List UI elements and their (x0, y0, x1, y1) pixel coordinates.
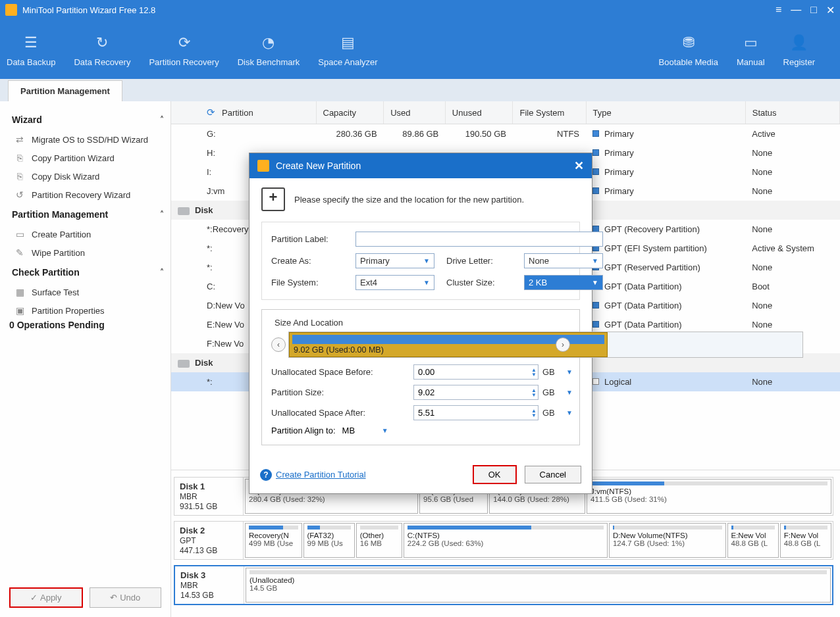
disk-icon (178, 207, 190, 215)
undo-button[interactable]: ↶Undo (90, 587, 162, 608)
ribbon-data-backup[interactable]: ☰Data Backup (7, 32, 55, 67)
ribbon-space-analyzer[interactable]: ▤Space Analyzer (318, 32, 377, 67)
label-file-system: File System: (271, 278, 344, 287)
sidebar-item-create-partition[interactable]: ▭Create Partition (9, 225, 168, 243)
disk-info: Disk 3MBR14.53 GB (175, 566, 244, 604)
sidebar-item-partition-recovery-wizard[interactable]: ↺Partition Recovery Wizard (9, 185, 168, 204)
dialog-title: Create New Partition (276, 160, 361, 171)
label-drive-letter: Drive Letter: (446, 256, 512, 266)
unit-gb: GB (542, 387, 562, 397)
align-to-combo[interactable]: MB▼ (342, 426, 388, 435)
diskmap-partition[interactable]: (FAT32)99 MB (Us (303, 523, 355, 558)
window-controls: ≡ — □ ✕ (775, 4, 835, 16)
chevron-up-icon: ˄ (160, 268, 164, 277)
titlebar: MiniTool Partition Wizard Free 12.8 ≡ — … (0, 0, 840, 20)
diskmap-partition[interactable]: C:(NTFS)224.2 GB (Used: 63%) (404, 523, 608, 558)
file-system-combo[interactable]: Ext4▼ (355, 275, 434, 290)
space-analyzer-icon: ▤ (337, 32, 358, 53)
diskmap-partition[interactable]: (Unallocated)14.5 GB (246, 568, 831, 603)
label-cluster-size: Cluster Size: (446, 278, 512, 287)
disk-info: Disk 2GPT447.13 GB (174, 522, 244, 559)
bootable-media-icon: ⛃ (678, 32, 699, 53)
table-row[interactable]: G:280.36 GB89.86 GB190.50 GBNTFS Primary… (171, 124, 840, 144)
app-logo-icon (5, 4, 17, 16)
maximize-icon[interactable]: □ (810, 4, 817, 16)
sizebar-next-button[interactable]: › (556, 337, 570, 352)
partition-plus-icon: + (261, 187, 285, 211)
dialog-logo-icon (257, 160, 269, 172)
tab-partition-management[interactable]: Partition Management (8, 80, 122, 101)
create-as-combo[interactable]: Primary▼ (355, 253, 434, 268)
diskmap-partition[interactable]: J:vm(NTFS)411.5 GB (Used: 31%) (587, 479, 831, 514)
cancel-button[interactable]: Cancel (525, 466, 581, 483)
unit-dropdown-icon[interactable]: ▼ (566, 409, 581, 416)
col-used[interactable]: Used (384, 101, 446, 124)
data-recovery-icon: ↻ (92, 32, 113, 53)
chevron-up-icon: ˄ (160, 210, 164, 219)
col-unused[interactable]: Unused (445, 101, 513, 124)
partition-label-input[interactable] (355, 232, 603, 247)
tutorial-link[interactable]: ?Create Partition Tutorial (260, 469, 366, 481)
sidebar-item-copy-disk-wizard[interactable]: ⎘Copy Disk Wizard (9, 167, 168, 185)
sidebar-item-surface-test[interactable]: ▦Surface Test (9, 283, 168, 301)
sidebar-section-wizard[interactable]: Wizard˄ (9, 109, 168, 130)
partition-recovery-icon: ⟳ (174, 32, 195, 53)
space-after-input[interactable]: ▲▼ (413, 405, 538, 420)
refresh-icon[interactable]: ⟳ (197, 107, 222, 118)
close-icon[interactable]: ✕ (826, 4, 835, 16)
col-type[interactable]: Type (586, 101, 745, 124)
manual-icon: ▭ (740, 32, 761, 53)
cluster-size-combo[interactable]: 2 KB▼ (524, 275, 603, 290)
sidebar-section-check-partition[interactable]: Check Partition˄ (9, 262, 168, 283)
unit-dropdown-icon[interactable]: ▼ (566, 368, 581, 376)
diskmap-row[interactable]: Disk 3MBR14.53 GB (Unallocated)14.5 GB (174, 565, 833, 605)
unit-dropdown-icon[interactable]: ▼ (566, 389, 581, 396)
ok-button[interactable]: OK (473, 465, 517, 484)
label-create-as: Create As: (271, 256, 344, 266)
sidebar-item-icon: ✎ (14, 247, 25, 258)
unit-gb: GB (542, 367, 562, 377)
ribbon-bootable-media[interactable]: ⛃Bootable Media (659, 32, 718, 67)
minimize-icon[interactable]: — (791, 4, 801, 16)
sizebar-prev-button[interactable]: ‹ (271, 337, 286, 352)
ribbon-register[interactable]: 👤Register (783, 32, 815, 67)
size-bar[interactable]: 9.02 GB (Used:0.00 MB) (288, 332, 803, 358)
space-before-input[interactable]: ▲▼ (413, 364, 538, 380)
sidebar-section-partition-management[interactable]: Partition Management˄ (9, 204, 168, 225)
dialog-titlebar[interactable]: Create New Partition ✕ (249, 153, 592, 178)
drive-letter-combo[interactable]: None▼ (524, 253, 603, 268)
size-location-legend: Size And Location (271, 318, 346, 328)
diskmap-row[interactable]: Disk 2GPT447.13 GB Recovery(N499 MB (Use… (174, 521, 833, 560)
sidebar-item-partition-properties[interactable]: ▣Partition Properties (9, 301, 168, 320)
disk-icon (178, 360, 190, 368)
sidebar-item-migrate-os-to-ssd-hd-wizard[interactable]: ⇄Migrate OS to SSD/HD Wizard (9, 130, 168, 149)
sidebar-item-wipe-partition[interactable]: ✎Wipe Partition (9, 243, 168, 262)
ribbon-disk-benchmark[interactable]: ◔Disk Benchmark (238, 32, 300, 67)
col-file-system[interactable]: File System (513, 101, 586, 124)
apply-button[interactable]: ✓Apply (9, 587, 83, 608)
diskmap-partition[interactable]: (Other)16 MB (356, 523, 402, 558)
size-bar-text: 9.02 GB (Used:0.00 MB) (294, 345, 384, 355)
partition-size-input[interactable]: ▲▼ (413, 385, 538, 400)
col-status[interactable]: Status (745, 101, 839, 124)
menu-icon[interactable]: ≡ (775, 4, 781, 16)
dialog-intro-text: Please specify the size and the location… (294, 195, 524, 205)
diskmap-partition[interactable]: E:New Vol48.8 GB (L (727, 523, 779, 558)
diskmap-partition[interactable]: Recovery(N499 MB (Use (245, 523, 302, 558)
app-title: MiniTool Partition Wizard Free 12.8 (22, 5, 775, 15)
ribbon-data-recovery[interactable]: ↻Data Recovery (74, 32, 130, 67)
data-backup-icon: ☰ (20, 32, 41, 53)
register-icon: 👤 (789, 32, 810, 53)
ribbon-partition-recovery[interactable]: ⟳Partition Recovery (149, 32, 219, 67)
sidebar-item-icon: ▦ (14, 287, 25, 297)
sidebar-item-icon: ▭ (14, 229, 25, 239)
diskmap-partition[interactable]: F:New Vol48.8 GB (L (780, 523, 831, 558)
sidebar-item-icon: ⎘ (14, 153, 25, 163)
ribbon-manual[interactable]: ▭Manual (737, 32, 765, 67)
dialog-close-icon[interactable]: ✕ (574, 159, 584, 173)
sidebar-item-copy-partition-wizard[interactable]: ⎘Copy Partition Wizard (9, 149, 168, 167)
disk-info: Disk 1MBR931.51 GB (174, 478, 244, 515)
sidebar-item-icon: ⇄ (14, 134, 25, 145)
col-capacity[interactable]: Capacity (316, 101, 384, 124)
diskmap-partition[interactable]: D:New Volume(NTFS)124.7 GB (Used: 1%) (609, 523, 726, 558)
